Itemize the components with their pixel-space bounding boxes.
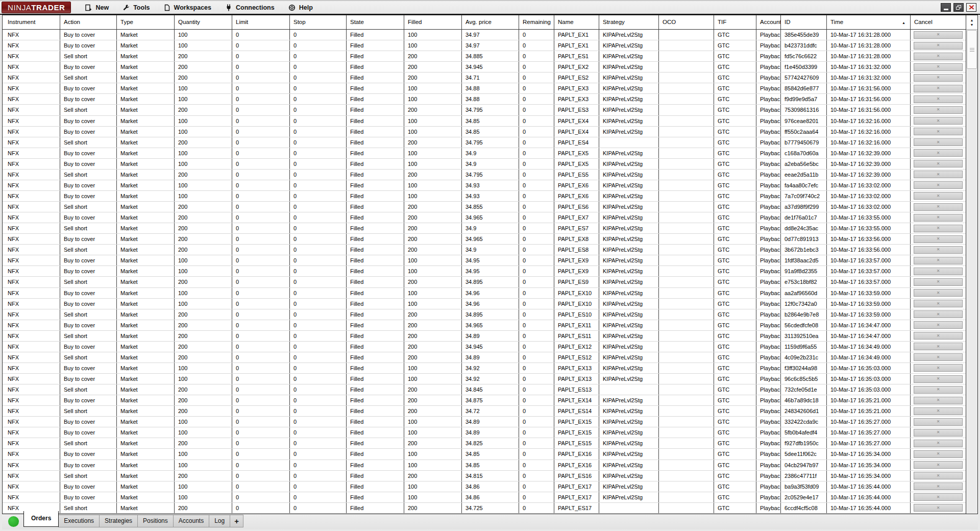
cancel-order-button[interactable]: ✕ (914, 343, 963, 350)
cancel-order-button[interactable]: ✕ (914, 461, 963, 469)
order-row[interactable]: NFXBuy to coverMarket20000Filled20034.96… (3, 212, 966, 223)
order-row[interactable]: NFXSell shortMarket20000Filled20034.8950… (3, 309, 966, 320)
cancel-order-button[interactable]: ✕ (914, 440, 963, 447)
cancel-order-button[interactable]: ✕ (914, 246, 963, 254)
column-header-action[interactable]: Action (60, 15, 117, 30)
cancel-order-button[interactable]: ✕ (914, 128, 963, 135)
menu-item-help[interactable]: Help (288, 4, 313, 11)
column-header-name[interactable]: Name (554, 15, 599, 30)
cancel-order-button[interactable]: ✕ (914, 429, 963, 437)
menu-item-tools[interactable]: Tools (122, 4, 150, 11)
order-row[interactable]: NFXBuy to coverMarket10000Filled10034.85… (3, 127, 966, 137)
tab-strategies[interactable]: Strategies (99, 515, 138, 527)
order-row[interactable]: NFXBuy to coverMarket10000Filled10034.86… (3, 492, 966, 503)
cancel-order-button[interactable]: ✕ (914, 171, 963, 178)
order-row[interactable]: NFXSell shortMarket20000Filled20034.890P… (3, 331, 966, 342)
close-button[interactable]: ✕ (966, 3, 976, 12)
cancel-order-button[interactable]: ✕ (914, 289, 963, 297)
minimize-button[interactable] (941, 3, 951, 12)
column-header-stop[interactable]: Stop (290, 15, 347, 30)
cancel-order-button[interactable]: ✕ (914, 353, 963, 361)
cancel-order-button[interactable]: ✕ (914, 74, 963, 82)
cancel-order-button[interactable]: ✕ (914, 181, 963, 189)
cancel-order-button[interactable]: ✕ (914, 268, 963, 275)
order-row[interactable]: NFXBuy to coverMarket20000Filled20034.87… (3, 395, 966, 406)
cancel-order-button[interactable]: ✕ (914, 321, 963, 329)
cancel-order-button[interactable]: ✕ (914, 203, 963, 211)
column-header-quantity[interactable]: Quantity (175, 15, 232, 30)
column-header-state[interactable]: State (347, 15, 404, 30)
cancel-order-button[interactable]: ✕ (914, 482, 963, 490)
scroll-down-icon[interactable]: ▼ (970, 22, 974, 27)
order-row[interactable]: NFXBuy to coverMarket10000Filled10034.86… (3, 481, 966, 492)
cancel-order-button[interactable]: ✕ (914, 364, 963, 372)
column-header-account[interactable]: Account (756, 15, 781, 30)
column-header-type[interactable]: Type (117, 15, 175, 30)
cancel-order-button[interactable]: ✕ (914, 95, 963, 103)
column-header-tif[interactable]: TIF (714, 15, 756, 30)
tab-positions[interactable]: Positions (137, 515, 174, 527)
order-row[interactable]: NFXBuy to coverMarket10000Filled10034.92… (3, 374, 966, 384)
order-row[interactable]: NFXBuy to coverMarket10000Filled10034.90… (3, 159, 966, 170)
order-row[interactable]: NFXBuy to coverMarket10000Filled10034.97… (3, 30, 966, 40)
cancel-order-button[interactable]: ✕ (914, 257, 963, 264)
tab-orders[interactable]: Orders (23, 511, 59, 527)
cancel-order-button[interactable]: ✕ (914, 450, 963, 458)
column-header-instrument[interactable]: Instrument (3, 15, 60, 30)
column-header-oco[interactable]: OCO (659, 15, 714, 30)
order-row[interactable]: NFXSell shortMarket20000Filled20034.90PA… (3, 223, 966, 234)
order-row[interactable]: NFXSell shortMarket20000Filled20034.720P… (3, 406, 966, 417)
order-row[interactable]: NFXSell shortMarket20000Filled20034.8550… (3, 202, 966, 212)
order-row[interactable]: NFXBuy to coverMarket10000Filled10034.90… (3, 148, 966, 159)
order-row[interactable]: NFXBuy to coverMarket10000Filled10034.97… (3, 40, 966, 51)
order-row[interactable]: NFXBuy to coverMarket20000Filled20034.94… (3, 62, 966, 73)
order-row[interactable]: NFXBuy to coverMarket10000Filled10034.96… (3, 288, 966, 299)
order-row[interactable]: NFXBuy to coverMarket10000Filled10034.93… (3, 191, 966, 202)
order-row[interactable]: NFXSell shortMarket20000Filled20034.8450… (3, 384, 966, 395)
column-header-limit[interactable]: Limit (232, 15, 290, 30)
cancel-order-button[interactable]: ✕ (914, 138, 963, 146)
cancel-order-button[interactable]: ✕ (914, 117, 963, 125)
cancel-order-button[interactable]: ✕ (914, 85, 963, 92)
order-row[interactable]: NFXSell shortMarket20000Filled20034.890P… (3, 352, 966, 363)
order-row[interactable]: NFXBuy to coverMarket10000Filled10034.92… (3, 363, 966, 374)
order-row[interactable]: NFXSell shortMarket20000Filled20034.710P… (3, 73, 966, 83)
order-row[interactable]: NFXBuy to coverMarket10000Filled10034.85… (3, 460, 966, 471)
cancel-order-button[interactable]: ✕ (914, 397, 963, 404)
cancel-order-button[interactable]: ✕ (914, 160, 963, 167)
column-header-cancel[interactable]: Cancel (911, 15, 966, 30)
cancel-order-button[interactable]: ✕ (914, 278, 963, 286)
order-row[interactable]: NFXBuy to coverMarket10000Filled10034.88… (3, 83, 966, 94)
column-header-strategy[interactable]: Strategy (599, 15, 659, 30)
order-row[interactable]: NFXBuy to coverMarket10000Filled10034.89… (3, 417, 966, 427)
cancel-order-button[interactable]: ✕ (914, 504, 963, 512)
tab-log[interactable]: Log (209, 515, 230, 527)
menu-item-new[interactable]: New (85, 4, 109, 11)
menu-item-workspaces[interactable]: Workspaces (164, 4, 211, 11)
cancel-order-button[interactable]: ✕ (914, 472, 963, 479)
column-header-avg_price[interactable]: Avg. price (462, 15, 519, 30)
order-row[interactable]: NFXBuy to coverMarket20000Filled20034.96… (3, 234, 966, 245)
cancel-order-button[interactable]: ✕ (914, 300, 963, 307)
column-header-id[interactable]: ID (781, 15, 827, 30)
order-row[interactable]: NFXBuy to coverMarket10000Filled10034.85… (3, 449, 966, 460)
order-row[interactable]: NFXSell shortMarket20000Filled20034.8950… (3, 277, 966, 287)
cancel-order-button[interactable]: ✕ (914, 192, 963, 200)
scrollbar-thumb[interactable] (967, 30, 977, 69)
order-row[interactable]: NFXSell shortMarket20000Filled20034.7950… (3, 105, 966, 115)
order-row[interactable]: NFXBuy to coverMarket10000Filled10034.95… (3, 266, 966, 277)
cancel-order-button[interactable]: ✕ (914, 53, 963, 60)
order-row[interactable]: NFXSell shortMarket20000Filled20034.7950… (3, 137, 966, 148)
order-row[interactable]: NFXBuy to coverMarket10000Filled10034.93… (3, 180, 966, 191)
cancel-order-button[interactable]: ✕ (914, 214, 963, 222)
tab-executions[interactable]: Executions (58, 515, 100, 527)
order-row[interactable]: NFXBuy to coverMarket10000Filled10034.89… (3, 427, 966, 438)
order-row[interactable]: NFXSell shortMarket20000Filled20034.90PA… (3, 245, 966, 255)
cancel-order-button[interactable]: ✕ (914, 418, 963, 426)
restore-button[interactable] (953, 3, 964, 12)
cancel-order-button[interactable]: ✕ (914, 386, 963, 394)
order-row[interactable]: NFXSell shortMarket20000Filled20034.8850… (3, 51, 966, 62)
tab-accounts[interactable]: Accounts (173, 515, 209, 527)
cancel-order-button[interactable]: ✕ (914, 225, 963, 232)
order-row[interactable]: NFXBuy to coverMarket20000Filled20034.96… (3, 320, 966, 331)
